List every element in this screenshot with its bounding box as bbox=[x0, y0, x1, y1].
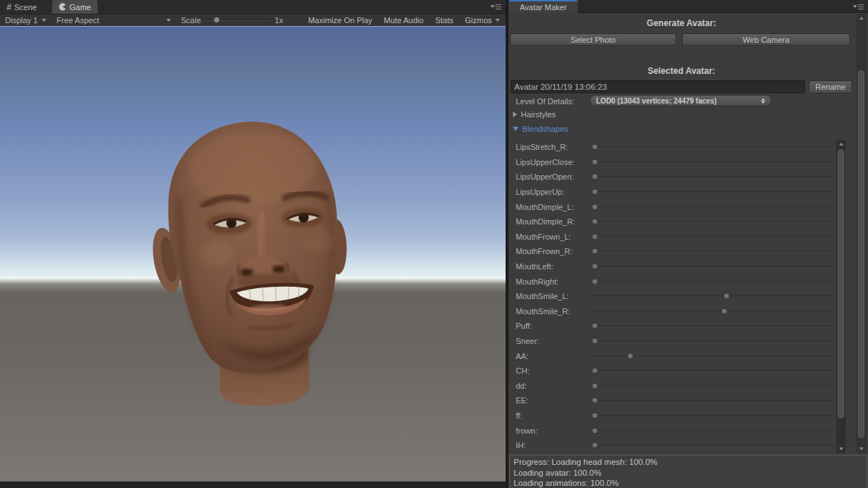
blendshapes-foldout[interactable]: Blendshapes bbox=[513, 125, 569, 133]
blendshape-slider[interactable] bbox=[592, 442, 833, 450]
blendshape-slider[interactable] bbox=[592, 307, 833, 315]
avatar-head-render bbox=[0, 27, 506, 482]
blendshape-slider[interactable] bbox=[592, 188, 833, 196]
blendshape-slider[interactable] bbox=[592, 263, 833, 271]
blendshape-label: LipsUpperOpen: bbox=[516, 172, 574, 181]
blendshape-slider[interactable] bbox=[592, 248, 833, 256]
blendshape-slider[interactable] bbox=[592, 232, 833, 240]
slider-handle[interactable] bbox=[592, 368, 598, 374]
blendshape-row: ff: bbox=[509, 408, 835, 424]
slider-handle[interactable] bbox=[592, 144, 598, 151]
slider-handle[interactable] bbox=[592, 397, 598, 404]
slider-handle[interactable] bbox=[592, 264, 598, 270]
blendshape-slider[interactable] bbox=[592, 411, 833, 419]
mute-audio-button[interactable]: Mute Audio bbox=[378, 14, 430, 26]
slider-track bbox=[592, 430, 833, 432]
blendshape-row: MouthDimple_R: bbox=[509, 214, 835, 230]
slider-handle[interactable] bbox=[592, 412, 598, 418]
scale-slider-handle[interactable] bbox=[213, 17, 220, 23]
tab-scene[interactable]: # Scene bbox=[0, 0, 43, 14]
scrollbar-thumb[interactable] bbox=[858, 70, 864, 438]
scroll-up-icon[interactable] bbox=[856, 14, 867, 22]
blendshapes-label: Blendshapes bbox=[522, 125, 569, 133]
blendshape-slider[interactable] bbox=[592, 352, 833, 360]
scale-label: Scale bbox=[181, 16, 201, 25]
slider-handle[interactable] bbox=[592, 233, 598, 240]
slider-handle[interactable] bbox=[592, 382, 598, 389]
blendshape-row: Sneer: bbox=[509, 334, 835, 349]
avatar-pane-menu-icon[interactable] bbox=[853, 3, 864, 10]
slider-handle[interactable] bbox=[592, 442, 598, 449]
slider-handle[interactable] bbox=[592, 189, 598, 195]
blendshape-slider[interactable] bbox=[592, 367, 833, 375]
blendshape-label: LipsUpperClose: bbox=[516, 158, 574, 167]
blendshape-row: Puff: bbox=[509, 319, 835, 334]
blendshape-slider[interactable] bbox=[592, 218, 833, 226]
scroll-down-icon[interactable] bbox=[836, 445, 846, 453]
slider-handle[interactable] bbox=[721, 308, 728, 314]
stats-button[interactable]: Stats bbox=[430, 14, 459, 26]
blendshape-slider[interactable] bbox=[592, 293, 833, 300]
rename-button[interactable]: Rename bbox=[809, 80, 852, 93]
scale-value: 1x bbox=[275, 16, 284, 25]
lod-dropdown[interactable]: LOD0 (13043 vertices; 24479 faces) bbox=[590, 95, 772, 106]
blendshape-row: MouthLeft: bbox=[509, 259, 835, 274]
slider-track bbox=[592, 206, 833, 208]
slider-handle[interactable] bbox=[627, 353, 634, 359]
scrollbar-thumb[interactable] bbox=[838, 149, 844, 418]
display-dropdown[interactable]: Display 1 bbox=[0, 14, 51, 26]
blendshape-scrollbar[interactable] bbox=[836, 140, 846, 453]
blendshape-slider[interactable] bbox=[592, 203, 833, 211]
blendshape-row: IH: bbox=[509, 438, 835, 453]
hairstyles-label: Hairstyles bbox=[521, 110, 556, 119]
blendshape-slider[interactable] bbox=[592, 143, 833, 151]
blendshape-slider[interactable] bbox=[592, 337, 833, 345]
scroll-up-icon[interactable] bbox=[836, 140, 846, 148]
scene-grid-icon: # bbox=[7, 2, 12, 12]
aspect-dropdown[interactable]: Free Aspect bbox=[51, 14, 176, 26]
slider-handle[interactable] bbox=[592, 338, 598, 345]
blendshape-row: dd: bbox=[509, 379, 835, 394]
blendshape-slider[interactable] bbox=[592, 382, 833, 390]
slider-handle[interactable] bbox=[723, 293, 730, 300]
scroll-down-icon[interactable] bbox=[856, 445, 867, 453]
web-camera-button[interactable]: Web Camera bbox=[682, 33, 850, 46]
blendshape-row: CH: bbox=[509, 363, 835, 379]
slider-handle[interactable] bbox=[592, 278, 598, 285]
blendshape-slider[interactable] bbox=[592, 158, 833, 166]
game-viewport[interactable] bbox=[0, 26, 506, 481]
slider-track bbox=[592, 371, 833, 372]
blendshape-slider[interactable] bbox=[592, 322, 833, 330]
blendshape-slider[interactable] bbox=[592, 426, 833, 434]
blendshape-label: Puff: bbox=[516, 321, 532, 330]
slider-handle[interactable] bbox=[592, 159, 598, 165]
slider-handle[interactable] bbox=[592, 174, 598, 180]
lod-value: LOD0 (13043 vertices; 24479 faces) bbox=[596, 97, 717, 105]
avatar-name-field[interactable] bbox=[511, 80, 805, 93]
unity-window: # Scene Game Display 1 Free Aspect bbox=[0, 0, 868, 488]
scale-slider[interactable] bbox=[207, 20, 269, 21]
slider-handle[interactable] bbox=[592, 427, 598, 434]
blendshape-label: MouthLeft: bbox=[516, 262, 553, 271]
slider-handle[interactable] bbox=[592, 248, 598, 255]
slider-handle[interactable] bbox=[592, 203, 598, 210]
hairstyles-foldout[interactable]: Hairstyles bbox=[513, 110, 556, 119]
tab-avatar-maker[interactable]: Avatar Maker bbox=[509, 0, 578, 13]
select-photo-button[interactable]: Select Photo bbox=[510, 33, 676, 46]
blendshape-slider[interactable] bbox=[592, 173, 833, 181]
slider-handle[interactable] bbox=[592, 323, 598, 329]
slider-handle[interactable] bbox=[592, 219, 598, 225]
gizmos-dropdown[interactable]: Gizmos bbox=[459, 14, 506, 26]
blendshape-slider[interactable] bbox=[592, 277, 833, 285]
blendshape-slider[interactable] bbox=[592, 397, 833, 405]
game-pane-bottom-strip bbox=[0, 481, 506, 488]
tab-game[interactable]: Game bbox=[52, 0, 98, 14]
blendshape-row: MouthRight: bbox=[509, 274, 835, 289]
game-pane: # Scene Game Display 1 Free Aspect bbox=[0, 0, 506, 488]
panel-scrollbar[interactable] bbox=[856, 14, 867, 453]
maximize-on-play-button[interactable]: Maximize On Play bbox=[302, 14, 378, 26]
select-photo-label: Select Photo bbox=[571, 35, 616, 44]
game-pane-menu-icon[interactable] bbox=[490, 3, 502, 10]
foldout-collapsed-icon bbox=[513, 112, 517, 117]
slider-track bbox=[592, 400, 833, 402]
